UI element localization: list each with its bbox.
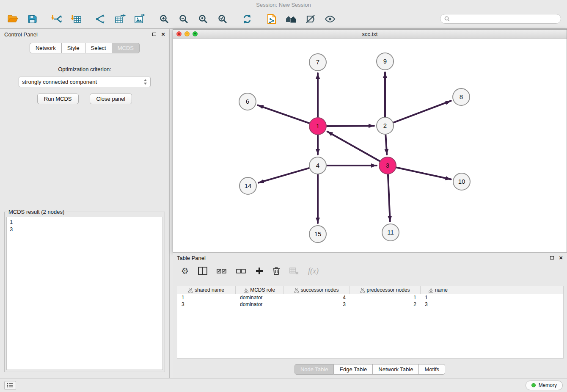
import-network-icon — [51, 14, 63, 24]
graph-node-4[interactable]: 4 — [309, 157, 326, 174]
control-panel-close-button[interactable]: × — [161, 31, 165, 37]
graph-edge-1-6[interactable] — [258, 105, 310, 124]
column-browser-button[interactable] — [198, 267, 207, 275]
deselect-all-icon — [236, 268, 246, 274]
column-header-name[interactable]: name — [421, 286, 456, 294]
zoom-selected-button[interactable] — [216, 12, 229, 26]
table-panel-close-button[interactable]: × — [559, 255, 563, 261]
export-table-button[interactable] — [113, 12, 127, 26]
show-details-button[interactable] — [323, 12, 337, 26]
tab-select[interactable]: Select — [85, 43, 112, 53]
column-header-predecessor-nodes[interactable]: predecessor nodes — [350, 286, 421, 294]
network-from-selection-button[interactable] — [265, 12, 278, 26]
tab-motifs[interactable]: Motifs — [419, 364, 445, 375]
network-canvas[interactable]: 7968124314101511 — [173, 39, 567, 252]
maximize-window-button[interactable]: + — [193, 31, 198, 36]
zoom-in-icon — [159, 14, 169, 24]
mcds-result-list[interactable]: 13 — [6, 217, 163, 370]
delete-table-icon — [289, 267, 299, 275]
zoom-out-button[interactable] — [177, 12, 190, 26]
run-mcds-button[interactable]: Run MCDS — [37, 94, 79, 104]
column-header-shared-name[interactable]: shared name — [177, 286, 236, 294]
search-input[interactable] — [452, 16, 557, 22]
export-network-button[interactable] — [94, 12, 107, 26]
graph-edge-3-1[interactable] — [328, 132, 380, 161]
graph-node-8[interactable]: 8 — [453, 88, 470, 105]
hide-details-icon — [306, 14, 316, 24]
delete-column-button[interactable] — [272, 267, 280, 275]
minimize-window-button[interactable]: − — [184, 31, 190, 36]
graph-node-11[interactable]: 11 — [382, 224, 399, 241]
mcds-result-item: 3 — [10, 226, 160, 233]
node-table-body: 1dominator4113dominator323 — [177, 294, 563, 308]
close-panel-button[interactable]: Close panel — [90, 94, 132, 104]
graph-node-2[interactable]: 2 — [377, 117, 394, 134]
apply-layout-button[interactable] — [240, 12, 254, 26]
table-row[interactable]: 3dominator323 — [177, 301, 563, 308]
task-history-button[interactable] — [4, 381, 16, 390]
column-header-MCDS-role[interactable]: MCDS role — [236, 286, 284, 294]
graph-edge-2-3[interactable] — [385, 135, 387, 155]
neighbors-button[interactable] — [284, 12, 298, 26]
column-header-successor-nodes[interactable]: successor nodes — [284, 286, 350, 294]
graph-node-9[interactable]: 9 — [377, 53, 394, 70]
import-table-button[interactable] — [69, 12, 83, 26]
graph-node-10[interactable]: 10 — [453, 173, 470, 190]
graph-node-15[interactable]: 15 — [309, 226, 326, 243]
export-group — [94, 12, 146, 26]
zoom-fit-button[interactable] — [196, 12, 210, 26]
delete-table-button[interactable] — [289, 267, 299, 275]
table-cell: 1 — [177, 295, 236, 301]
graph-node-6[interactable]: 6 — [239, 93, 256, 110]
graph-edge-2-8[interactable] — [394, 101, 451, 122]
graph-node-1[interactable]: 1 — [309, 118, 326, 135]
memory-label: Memory — [539, 382, 557, 388]
hide-details-button[interactable] — [304, 12, 317, 26]
graph-node-14[interactable]: 14 — [239, 177, 256, 194]
deselect-all-button[interactable] — [236, 268, 246, 274]
table-toolbar: ⚙ — [173, 263, 567, 279]
memory-button[interactable]: Memory — [526, 381, 563, 390]
graph-node-7[interactable]: 7 — [309, 54, 326, 71]
open-session-button[interactable] — [6, 12, 19, 26]
tab-network[interactable]: Network — [30, 43, 62, 53]
mcds-result-item: 1 — [10, 218, 160, 226]
memory-status-dot — [531, 383, 536, 387]
function-builder-button[interactable]: f(x) — [308, 267, 319, 276]
graph-node-3[interactable]: 3 — [379, 157, 396, 174]
import-table-icon — [71, 14, 82, 24]
close-icon: × — [161, 31, 165, 37]
graph-edge-3-11[interactable] — [388, 174, 390, 221]
optimization-criterion-select[interactable]: strongly connected component — [19, 77, 151, 87]
main-toolbar — [0, 9, 567, 29]
save-session-button[interactable] — [25, 12, 39, 26]
table-cell: dominator — [236, 301, 284, 307]
add-column-button[interactable] — [256, 267, 263, 275]
control-panel-tabs: NetworkStyleSelectMCDS — [0, 43, 169, 53]
select-all-button[interactable] — [217, 268, 227, 274]
search-box[interactable] — [440, 14, 561, 24]
table-cell: 1 — [421, 295, 456, 301]
table-cell: 3 — [421, 301, 456, 307]
zoom-out-icon — [179, 14, 189, 24]
table-row[interactable]: 1dominator411 — [177, 294, 563, 301]
network-graph[interactable]: 7968124314101511 — [173, 39, 567, 252]
close-window-button[interactable]: × — [176, 31, 182, 36]
mcds-button-row: Run MCDS Close panel — [0, 94, 169, 104]
table-cell: dominator — [236, 295, 284, 301]
table-panel-title: Table Panel — [177, 255, 206, 261]
tab-edge-table[interactable]: Edge Table — [334, 364, 373, 375]
graph-edge-3-10[interactable] — [396, 168, 451, 179]
tab-style[interactable]: Style — [62, 43, 85, 53]
export-image-button[interactable] — [133, 12, 146, 26]
graph-edge-4-14[interactable] — [259, 168, 309, 183]
zoom-in-button[interactable] — [157, 12, 171, 26]
tab-node-table[interactable]: Node Table — [295, 364, 334, 375]
graph-edge-1-2[interactable] — [327, 126, 374, 126]
import-network-button[interactable] — [50, 12, 63, 26]
tab-mcds[interactable]: MCDS — [112, 43, 140, 53]
table-panel-float-button[interactable] — [550, 256, 559, 259]
tab-network-table[interactable]: Network Table — [373, 364, 419, 375]
table-mode-button[interactable]: ⚙ — [181, 267, 189, 275]
control-panel-float-button[interactable] — [152, 33, 161, 36]
